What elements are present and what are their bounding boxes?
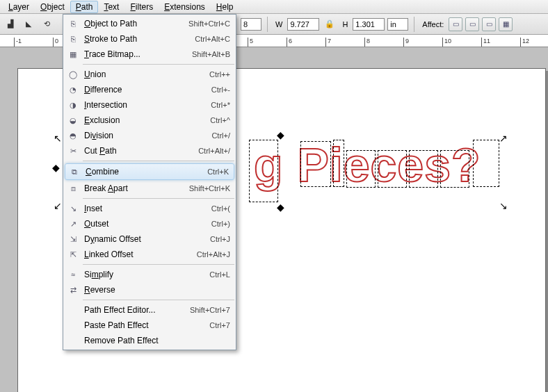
menu-item-shortcut: Shift+Ctrl+C [188, 19, 230, 28]
menu-item-icon: ◯ [66, 69, 80, 80]
menu-item-label: Reverse [84, 285, 230, 295]
menu-text[interactable]: Text [98, 1, 124, 13]
affect-btn-3[interactable]: ▭ [482, 17, 496, 31]
tool-flip-h-icon[interactable]: ▟ [3, 17, 18, 32]
menu-item-path-effect-editor[interactable]: Path Effect Editor...Shift+Ctrl+7 [63, 302, 236, 318]
menu-item-label: Intersection [84, 100, 211, 110]
selection-box [346, 150, 376, 188]
selection-box [378, 150, 407, 188]
menu-item-label: Outset [84, 219, 211, 229]
height-input[interactable] [353, 18, 385, 31]
selection-box [473, 140, 499, 187]
ruler-tick: 8 [364, 38, 370, 47]
menu-item-dynamic-offset[interactable]: ⇲Dynamic OffsetCtrl+J [63, 231, 236, 247]
menu-item-icon: ◑ [66, 99, 80, 111]
selection-box [409, 150, 438, 188]
menu-help[interactable]: Help [211, 1, 239, 13]
tool-rotate-icon[interactable]: ⟲ [39, 17, 54, 32]
menu-item-cut-path[interactable]: ✂Cut PathCtrl+Alt+/ [63, 143, 236, 158]
menu-item-label: Dynamic Offset [84, 234, 210, 244]
menu-extensions[interactable]: Extensions [159, 1, 211, 13]
menu-item-icon [66, 335, 80, 346]
menu-item-label: Cut Path [84, 146, 198, 156]
menu-item-union[interactable]: ◯UnionCtrl++ [63, 67, 236, 82]
menu-item-icon: ⇲ [66, 234, 80, 245]
menu-object[interactable]: Object [35, 1, 70, 13]
menu-item-shortcut: Ctrl+Alt+J [197, 250, 230, 259]
affect-btn-1[interactable]: ▭ [449, 17, 462, 31]
units-select[interactable] [387, 18, 408, 31]
menu-item-icon: ⇄ [66, 284, 80, 295]
menu-layer[interactable]: Layer [3, 1, 35, 13]
menu-item-object-to-path[interactable]: ⎘Object to PathShift+Ctrl+C [63, 16, 236, 31]
menu-item-shortcut: Ctrl+- [211, 85, 230, 94]
path-menu-dropdown: ⎘Object to PathShift+Ctrl+C⎘Stroke to Pa… [63, 14, 236, 350]
menu-item-icon: ≈ [66, 269, 80, 280]
menu-item-shortcut: Ctrl+J [210, 235, 230, 243]
menu-item-label: Stroke to Path [84, 34, 195, 44]
menu-item-shortcut: Ctrl+K [207, 168, 229, 176]
tool-flip-v-icon[interactable]: ◣ [21, 17, 36, 32]
menu-item-break-apart[interactable]: ⧈Break ApartShift+Ctrl+K [63, 181, 236, 196]
selection-handle-nw[interactable]: ↖ [52, 133, 63, 144]
menu-item-intersection[interactable]: ◑IntersectionCtrl+* [63, 97, 236, 113]
menu-item-exclusion[interactable]: ◒ExclusionCtrl+^ [63, 113, 236, 128]
affect-btn-2[interactable]: ▭ [465, 17, 479, 31]
menu-separator [83, 264, 234, 265]
width-input[interactable] [287, 18, 319, 31]
menu-item-label: Linked Offset [84, 250, 197, 259]
selection-box [333, 140, 344, 187]
menu-item-label: Break Apart [84, 183, 189, 193]
menu-item-reverse[interactable]: ⇄Reverse [63, 282, 236, 297]
w-label: W [275, 20, 282, 28]
menu-separator [83, 64, 234, 65]
menu-item-icon [66, 304, 80, 316]
menu-item-shortcut: Ctrl+* [211, 101, 230, 109]
menu-item-shortcut: Ctrl+^ [210, 116, 230, 124]
menu-item-icon: ⎘ [66, 33, 80, 44]
menu-item-icon: ⇱ [66, 249, 80, 260]
selection-handle-n[interactable]: ◆ [275, 129, 286, 140]
menu-item-stroke-to-path[interactable]: ⎘Stroke to PathCtrl+Alt+C [63, 31, 236, 47]
menu-item-label: Path Effect Editor... [84, 305, 190, 315]
menu-item-icon: ⧈ [66, 183, 80, 194]
ruler-tick: 5 [248, 38, 253, 47]
affect-btn-4[interactable]: ▦ [499, 17, 513, 31]
menu-item-icon: ▦ [66, 49, 80, 60]
menu-item-label: Inset [84, 204, 211, 213]
menu-item-division[interactable]: ◓DivisionCtrl+/ [63, 128, 236, 143]
menu-filters[interactable]: Filters [124, 1, 159, 13]
selection-handle-ne[interactable]: ↗ [498, 133, 509, 144]
menu-path[interactable]: Path [70, 1, 99, 13]
menu-item-icon: ◔ [66, 84, 80, 95]
selection-handle-s[interactable]: ◆ [275, 202, 286, 213]
ruler-tick: 11 [481, 38, 490, 47]
menu-item-linked-offset[interactable]: ⇱Linked OffsetCtrl+Alt+J [63, 247, 236, 262]
menu-item-label: Division [84, 131, 211, 140]
menu-item-paste-path-effect[interactable]: Paste Path EffectCtrl+7 [63, 318, 236, 333]
menu-item-trace-bitmap[interactable]: ▦Trace Bitmap...Shift+Alt+B [63, 47, 236, 62]
menu-item-label: Union [84, 70, 209, 79]
menu-item-outset[interactable]: ↗OutsetCtrl+) [63, 216, 236, 231]
menu-item-label: Paste Path Effect [84, 320, 209, 330]
ruler-tick: 9 [403, 38, 409, 47]
menu-item-shortcut: Ctrl+/ [211, 131, 230, 140]
menu-item-inset[interactable]: ↘InsetCtrl+( [63, 201, 236, 216]
menu-separator [83, 198, 234, 199]
menu-item-remove-path-effect[interactable]: Remove Path Effect [63, 333, 236, 348]
menu-item-icon: ⧉ [67, 166, 81, 177]
ruler-tick: 7 [325, 38, 331, 47]
selection-handle-se[interactable]: ↘ [498, 200, 509, 211]
spin-input[interactable] [241, 18, 261, 31]
menu-item-shortcut: Shift+Alt+B [192, 50, 230, 58]
menu-item-icon: ↗ [66, 218, 80, 229]
ruler-tick: -1 [14, 38, 22, 47]
selection-handle-w[interactable]: ◆ [50, 162, 61, 173]
menu-item-combine[interactable]: ⧉CombineCtrl+K [65, 163, 234, 180]
menu-item-simplify[interactable]: ≈SimplifyCtrl+L [63, 267, 236, 282]
menu-item-icon: ◓ [66, 130, 80, 141]
selection-handle-sw[interactable]: ↙ [52, 200, 63, 211]
menu-item-difference[interactable]: ◔DifferenceCtrl+- [63, 82, 236, 97]
menu-item-shortcut: Ctrl++ [209, 70, 230, 79]
lock-icon[interactable]: 🔒 [322, 17, 337, 32]
